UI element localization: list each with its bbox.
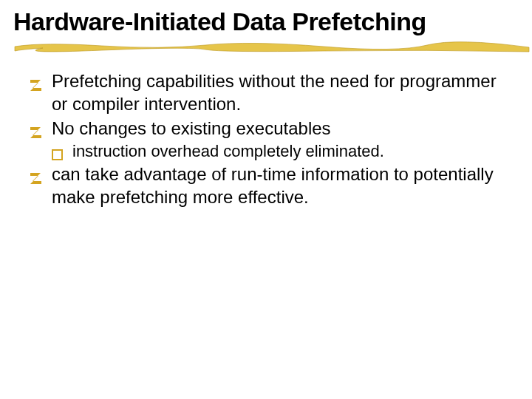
title-underline <box>13 39 519 57</box>
svg-rect-0 <box>52 150 62 160</box>
bullet-item: can take advantage of run-time informati… <box>30 163 502 208</box>
bullet-text: No changes to existing executables <box>52 118 331 138</box>
content-area: Prefetching capabilities without the nee… <box>0 57 532 209</box>
square-bullet-icon <box>52 145 63 156</box>
bullet-item: No changes to existing executables <box>30 117 502 140</box>
slide-title: Hardware-Initiated Data Prefetching <box>13 7 519 36</box>
z-bullet-icon <box>30 168 42 180</box>
title-block: Hardware-Initiated Data Prefetching <box>0 0 532 57</box>
sub-bullet-item: instruction overhead completely eliminat… <box>30 141 502 162</box>
bullet-text: Prefetching capabilities without the nee… <box>52 71 497 114</box>
bullet-text: instruction overhead completely eliminat… <box>72 142 384 160</box>
bullet-text: can take advantage of run-time informati… <box>52 164 494 207</box>
z-bullet-icon <box>30 75 42 87</box>
z-bullet-icon <box>30 122 42 134</box>
bullet-item: Prefetching capabilities without the nee… <box>30 70 502 115</box>
